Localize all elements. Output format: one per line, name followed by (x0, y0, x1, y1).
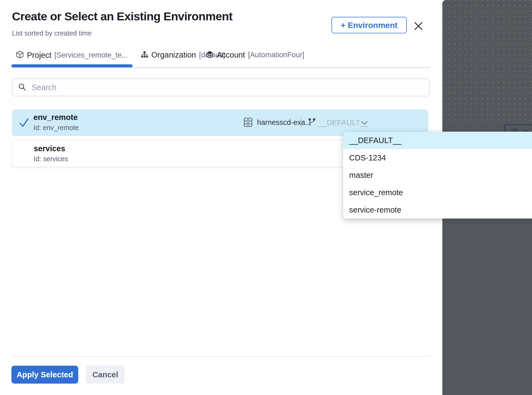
chevron-down-icon[interactable] (361, 121, 368, 126)
org-chart-icon (141, 51, 148, 59)
layers-icon (206, 51, 214, 59)
environment-id: Id: env_remote (33, 124, 79, 132)
footer-divider (12, 356, 430, 357)
tab-account-scope: [AutomationFour] (248, 51, 304, 59)
tab-project[interactable]: Project [Services_remote_te... (16, 50, 128, 60)
git-branch-icon (308, 118, 316, 128)
app-root: Sav Create or Select an Existing Environ… (0, 0, 532, 395)
search-input[interactable] (31, 83, 429, 92)
apply-selected-button[interactable]: Apply Selected (11, 366, 78, 384)
dropdown-item-service-underscore-remote[interactable]: service_remote (343, 184, 532, 201)
check-icon (19, 117, 29, 129)
cancel-button[interactable]: Cancel (86, 366, 125, 384)
close-icon[interactable] (413, 21, 424, 31)
repository-name: harnesscd-exa... (257, 118, 311, 127)
tab-project-scope: [Services_remote_te... (54, 51, 128, 59)
row-divider (301, 117, 301, 128)
tab-account[interactable]: Account [AutomationFour] (206, 50, 304, 59)
modal-subtitle: List sorted by created time (12, 29, 92, 37)
dropdown-item-service-dash-remote[interactable]: service-remote (343, 201, 532, 219)
dropdown-item-cds-1234[interactable]: CDS-1234 (343, 149, 532, 166)
canvas-dot-grid (442, 0, 532, 121)
branch-dropdown-menu: __DEFAULT__ CDS-1234 master service_remo… (343, 132, 532, 219)
tabs-baseline (12, 67, 430, 68)
tab-project-label: Project (27, 51, 51, 60)
environment-name: env_remote (33, 113, 78, 122)
modal-title: Create or Select an Existing Environment (12, 10, 233, 23)
environment-id: Id: services (34, 155, 68, 163)
dropdown-item-master[interactable]: master (343, 166, 532, 184)
tab-account-label: Account (217, 50, 245, 59)
add-environment-button[interactable]: + Environment (331, 17, 407, 33)
cube-icon (16, 50, 24, 60)
search-icon (18, 83, 26, 92)
environment-name: services (34, 144, 65, 153)
dropdown-item-default[interactable]: __DEFAULT__ (343, 132, 532, 149)
search-box (12, 78, 430, 96)
tab-organization-label: Organization (151, 50, 196, 59)
active-tab-indicator (11, 64, 133, 67)
repository-icon (243, 118, 253, 128)
